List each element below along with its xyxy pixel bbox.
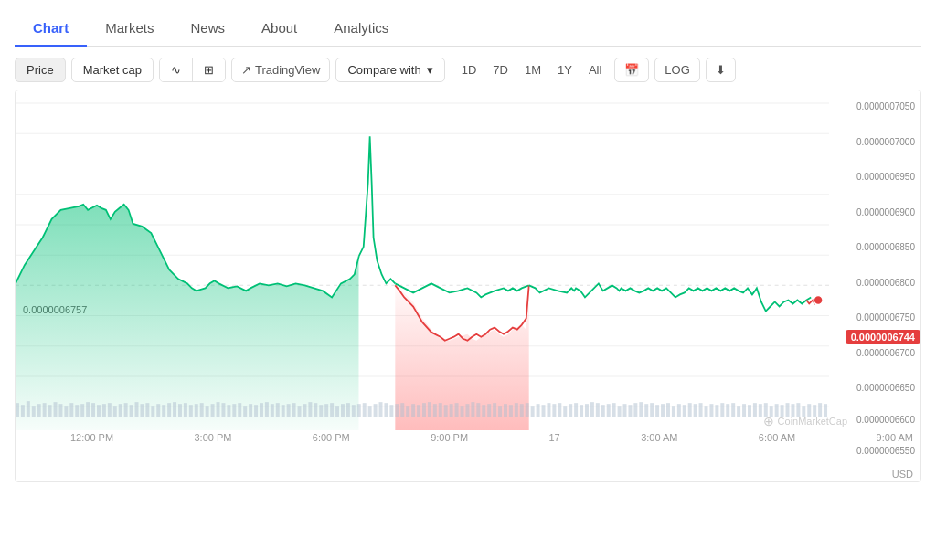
- svg-rect-15: [21, 405, 25, 417]
- svg-rect-147: [737, 406, 740, 417]
- svg-rect-145: [726, 404, 729, 417]
- x-label-5: 17: [549, 432, 560, 443]
- svg-rect-129: [639, 402, 643, 417]
- time-7d-button[interactable]: 7D: [485, 58, 516, 81]
- download-button[interactable]: ⬇: [706, 58, 736, 82]
- svg-rect-132: [655, 405, 659, 417]
- svg-rect-54: [232, 404, 236, 417]
- svg-rect-103: [498, 406, 502, 417]
- svg-rect-70: [319, 405, 323, 417]
- svg-rect-76: [352, 405, 356, 417]
- svg-rect-73: [335, 406, 339, 417]
- svg-rect-31: [108, 403, 112, 417]
- y-label-6: 0.0000006800: [856, 277, 915, 287]
- compare-button[interactable]: Compare with ▾: [335, 58, 444, 82]
- svg-rect-38: [145, 403, 149, 417]
- svg-rect-19: [43, 403, 47, 417]
- svg-rect-95: [455, 403, 459, 417]
- calendar-icon: 📅: [624, 63, 639, 77]
- svg-rect-113: [552, 404, 556, 417]
- x-label-4: 9:00 PM: [431, 432, 468, 443]
- svg-rect-30: [102, 404, 106, 417]
- svg-rect-32: [113, 406, 117, 417]
- svg-rect-144: [720, 403, 724, 417]
- svg-rect-109: [531, 406, 535, 417]
- svg-rect-88: [417, 405, 420, 417]
- svg-rect-55: [238, 403, 241, 417]
- svg-rect-116: [569, 404, 572, 417]
- svg-rect-85: [400, 403, 404, 417]
- nav-tabs: Chart Markets News About Analytics: [15, 11, 921, 47]
- svg-rect-133: [661, 404, 665, 417]
- svg-rect-51: [217, 402, 220, 417]
- tab-analytics[interactable]: Analytics: [315, 11, 407, 47]
- svg-rect-79: [368, 406, 372, 417]
- svg-rect-44: [178, 404, 182, 417]
- svg-rect-150: [753, 403, 757, 417]
- svg-rect-96: [461, 406, 464, 417]
- svg-rect-14: [16, 403, 19, 417]
- svg-rect-1: [296, 90, 829, 430]
- svg-rect-80: [374, 404, 378, 417]
- tab-news[interactable]: News: [173, 11, 244, 47]
- svg-rect-82: [384, 403, 388, 417]
- market-cap-button[interactable]: Market cap: [71, 58, 154, 82]
- time-1d-button[interactable]: 1D: [454, 58, 484, 81]
- tab-about[interactable]: About: [243, 11, 315, 47]
- tab-chart[interactable]: Chart: [15, 11, 87, 47]
- line-chart-button[interactable]: ∿: [160, 58, 193, 81]
- y-label-4: 0.0000006900: [856, 206, 915, 217]
- svg-rect-40: [156, 404, 160, 417]
- svg-rect-111: [542, 405, 546, 417]
- time-1y-button[interactable]: 1Y: [550, 58, 580, 81]
- calendar-button[interactable]: 📅: [614, 58, 649, 82]
- x-label-3: 6:00 PM: [313, 432, 350, 443]
- svg-rect-121: [596, 403, 600, 417]
- svg-rect-136: [677, 404, 681, 417]
- time-1m-button[interactable]: 1M: [517, 58, 548, 81]
- svg-rect-39: [151, 406, 154, 417]
- svg-rect-74: [341, 404, 345, 417]
- x-label-8: 9:00 AM: [877, 432, 913, 443]
- svg-rect-135: [672, 406, 675, 417]
- y-label-3: 0.0000006950: [856, 172, 915, 182]
- svg-rect-47: [195, 404, 198, 417]
- watermark-text: CoinMarketCap: [778, 416, 847, 427]
- chevron-down-icon: ▾: [427, 63, 433, 77]
- svg-rect-83: [389, 405, 393, 417]
- svg-rect-102: [493, 403, 496, 417]
- svg-rect-21: [54, 402, 58, 417]
- svg-rect-104: [504, 404, 507, 417]
- svg-rect-56: [243, 406, 247, 417]
- time-all-button[interactable]: All: [581, 58, 609, 81]
- y-label-9: 0.0000006650: [856, 383, 915, 393]
- svg-rect-78: [363, 403, 367, 417]
- tradingview-button[interactable]: ↗ TradingView: [231, 58, 331, 82]
- tab-markets[interactable]: Markets: [87, 11, 172, 47]
- svg-rect-119: [585, 404, 589, 417]
- svg-rect-64: [287, 404, 291, 417]
- svg-rect-114: [558, 403, 561, 417]
- svg-rect-97: [465, 404, 469, 417]
- tradingview-label: TradingView: [255, 63, 321, 77]
- log-button[interactable]: LOG: [654, 58, 699, 82]
- svg-rect-123: [607, 404, 611, 417]
- svg-rect-18: [37, 404, 41, 417]
- svg-rect-35: [130, 405, 133, 417]
- svg-rect-63: [282, 405, 285, 417]
- svg-rect-67: [303, 404, 306, 417]
- candle-chart-button[interactable]: ⊞: [193, 58, 225, 81]
- svg-rect-101: [487, 404, 491, 417]
- svg-rect-90: [428, 402, 431, 417]
- price-button[interactable]: Price: [15, 58, 66, 82]
- svg-rect-71: [324, 404, 328, 417]
- page-container: Chart Markets News About Analytics Price…: [0, 0, 936, 560]
- svg-rect-138: [688, 403, 692, 417]
- svg-rect-25: [75, 405, 79, 417]
- svg-rect-66: [298, 406, 302, 417]
- svg-rect-36: [135, 402, 139, 417]
- svg-rect-87: [411, 404, 415, 417]
- svg-rect-61: [271, 404, 274, 417]
- svg-rect-16: [27, 401, 30, 417]
- svg-rect-27: [86, 402, 90, 417]
